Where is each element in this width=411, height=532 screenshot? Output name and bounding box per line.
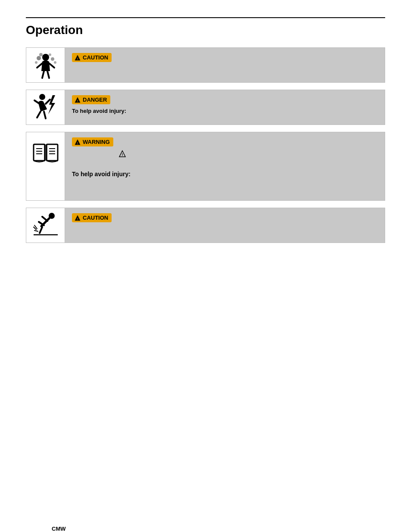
svg-line-37 [42, 217, 47, 221]
svg-text:!: ! [77, 217, 78, 221]
svg-text:!: ! [77, 141, 78, 145]
slip-hazard-icon [30, 210, 61, 241]
notice-text-danger-1: To help avoid injury: [72, 107, 378, 115]
svg-text:!: ! [77, 56, 78, 60]
badge-caution-2: ! CAUTION [72, 213, 112, 222]
page-title: Operation [26, 23, 385, 37]
svg-line-9 [42, 71, 44, 78]
svg-point-6 [54, 61, 56, 64]
notice-text-caution-2 [72, 225, 378, 233]
svg-point-7 [39, 53, 43, 56]
svg-rect-21 [34, 144, 45, 161]
svg-marker-14 [48, 95, 55, 114]
notice-content-danger-1: ! DANGER To help avoid injury: [65, 90, 385, 124]
notice-icon-manual [26, 132, 65, 200]
svg-rect-22 [47, 144, 58, 161]
notice-block-warning-1: ! WARNING ! To help avoid injury: [26, 132, 385, 201]
svg-line-1 [37, 63, 42, 68]
badge-caution-1: ! CAUTION [72, 53, 112, 62]
svg-point-8 [49, 53, 51, 56]
notice-helper-text-warning: To help avoid injury: [72, 171, 378, 177]
svg-line-16 [46, 100, 50, 104]
caution-triangle-icon-2: ! [75, 215, 81, 221]
dust-hazard-icon [30, 50, 61, 81]
svg-line-42 [34, 230, 38, 231]
notice-block-caution-2: ! CAUTION [26, 208, 385, 243]
notice-block-caution-1: ! CAUTION [26, 47, 385, 83]
top-rule [26, 17, 385, 18]
notice-text-caution-1 [72, 65, 378, 73]
electric-shock-icon [30, 92, 61, 123]
svg-text:!: ! [122, 152, 123, 157]
svg-point-5 [35, 61, 37, 64]
svg-point-4 [51, 57, 54, 61]
svg-point-0 [42, 54, 49, 61]
notice-content-caution-1: ! CAUTION [65, 48, 385, 82]
svg-text:!: ! [77, 99, 78, 103]
notice-icon-electric-shock [26, 90, 65, 124]
badge-danger-1: ! DANGER [72, 95, 110, 104]
page-wrap: Operation [26, 17, 385, 532]
notice-icon-slip-hazard [26, 208, 65, 243]
notice-text-warning-body: ! [72, 149, 378, 158]
svg-line-18 [44, 112, 46, 118]
svg-point-13 [39, 94, 45, 100]
manual-book-icon [30, 137, 61, 168]
notice-icon-dust-hazard [26, 48, 65, 82]
notice-block-danger-1: ! DANGER To help avoid injury: [26, 90, 385, 125]
svg-line-10 [47, 71, 49, 78]
danger-triangle-icon: ! [75, 97, 81, 103]
svg-point-3 [37, 56, 41, 60]
caution-triangle-icon-1: ! [75, 55, 81, 61]
notice-content-warning-1: ! WARNING ! To help avoid injury: [65, 132, 385, 200]
warning-triangle-icon: ! [75, 139, 81, 145]
svg-line-17 [37, 112, 40, 118]
badge-warning-1: ! WARNING [72, 137, 113, 146]
svg-line-39 [40, 227, 42, 233]
svg-line-2 [49, 63, 54, 68]
notice-content-caution-2: ! CAUTION [65, 208, 385, 243]
inline-warning-icon: ! [118, 150, 126, 158]
notice-text-warning-subtext [72, 177, 378, 195]
footer-label: CMW [52, 526, 66, 532]
